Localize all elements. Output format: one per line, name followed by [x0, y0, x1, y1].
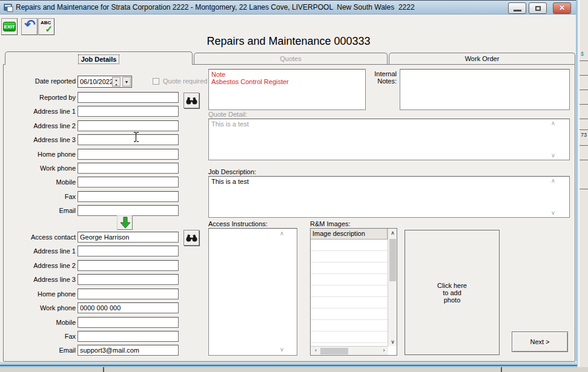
- tab-quotes-label: Quotes: [280, 55, 301, 62]
- scroll-right-icon[interactable]: ›: [380, 347, 388, 353]
- fax-input[interactable]: [78, 191, 179, 202]
- quote-scroll-up-icon[interactable]: ∧: [551, 120, 555, 126]
- scroll-left-icon[interactable]: ‹: [311, 347, 320, 353]
- quote-scroll-down-icon[interactable]: ∨: [551, 152, 555, 158]
- tab-job-details[interactable]: Job Details: [5, 51, 193, 65]
- date-reported-label: Date reported: [3, 77, 76, 85]
- work-phone-input[interactable]: [78, 163, 179, 174]
- green-down-arrow-icon: [119, 217, 131, 229]
- access-address2-label: Address line 2: [3, 262, 76, 269]
- access-home-phone-input[interactable]: [78, 289, 179, 299]
- desktop-bottom-strip: [0, 367, 588, 372]
- undo-icon: ↶: [22, 17, 38, 33]
- copy-contact-down-button[interactable]: [117, 215, 133, 230]
- exit-icon: EXIT: [3, 22, 16, 31]
- exit-button[interactable]: EXIT: [1, 18, 18, 35]
- internal-notes-textarea[interactable]: [400, 69, 570, 110]
- reported-by-search-button[interactable]: [183, 93, 199, 108]
- address1-input[interactable]: [78, 106, 179, 117]
- address1-label: Address line 1: [3, 108, 76, 115]
- date-dropdown-button[interactable]: ▼: [122, 77, 131, 86]
- quote-required-label: Quote required: [163, 77, 207, 85]
- app-icon: [4, 3, 13, 12]
- access-mobile-input[interactable]: [78, 317, 179, 328]
- access-address1-input[interactable]: [78, 246, 179, 256]
- job-description-label: Job Description:: [208, 168, 256, 175]
- quote-required-checkbox[interactable]: [153, 78, 159, 85]
- fax-label: Fax: [3, 193, 76, 200]
- access-scroll-down-icon[interactable]: ∨: [280, 346, 284, 353]
- rm-images-label: R&M Images:: [310, 220, 351, 227]
- mobile-label: Mobile: [3, 178, 76, 186]
- access-scroll-up-icon[interactable]: ∧: [280, 230, 284, 237]
- undo-button[interactable]: ↶: [21, 18, 38, 35]
- access-mobile-label: Mobile: [3, 319, 76, 326]
- access-address2-input[interactable]: [78, 260, 179, 271]
- spin-down-icon: ▼: [115, 83, 118, 86]
- address2-input[interactable]: [78, 120, 179, 131]
- access-contact-input[interactable]: [78, 232, 179, 243]
- binoculars-icon: [186, 97, 197, 105]
- access-instructions-label: Access Instructions:: [208, 220, 268, 227]
- page-title: Repairs and Maintenance 000333: [0, 35, 577, 48]
- scroll-down-icon[interactable]: ∨: [388, 339, 397, 345]
- background-window-edge: [578, 0, 580, 372]
- work-phone-label: Work phone: [3, 165, 76, 172]
- background-text-fragment: 73: [581, 132, 587, 138]
- rm-images-rows[interactable]: [311, 240, 388, 346]
- maximize-button[interactable]: [529, 2, 547, 14]
- internal-notes-label: Internal Notes:: [363, 70, 397, 85]
- screen: Repairs and Maintenance for Strata Corpo…: [0, 0, 588, 372]
- next-button[interactable]: Next >: [512, 331, 568, 352]
- access-instructions-textarea[interactable]: [208, 228, 297, 356]
- quote-detail-textarea[interactable]: This is a test: [208, 119, 570, 160]
- note-box: Note Asbestos Control Register: [208, 69, 366, 110]
- spellcheck-check-icon: ✓: [45, 24, 53, 34]
- add-photo-area[interactable]: Click here to add photo: [405, 230, 500, 355]
- email-input[interactable]: [78, 205, 179, 216]
- window-bottom-border: [0, 361, 577, 367]
- job-scroll-down-icon[interactable]: ∨: [551, 209, 555, 216]
- rm-vertical-scrollbar[interactable]: ∧ ∨: [388, 229, 397, 346]
- address3-label: Address line 3: [3, 136, 76, 143]
- job-description-textarea[interactable]: This is a test: [208, 176, 570, 218]
- mobile-input[interactable]: [78, 177, 179, 188]
- home-phone-input[interactable]: [78, 149, 179, 160]
- date-reported-field[interactable]: 06/10/2022 ▲▼ ▼: [78, 76, 132, 88]
- tab-work-order[interactable]: Work Order: [389, 53, 575, 64]
- rm-images-column-header[interactable]: Image description: [311, 229, 388, 240]
- reported-by-label: Reported by: [3, 94, 76, 101]
- rm-images-list[interactable]: Image description ∧ ∨ ‹ ›: [310, 228, 397, 356]
- access-address3-input[interactable]: [78, 274, 179, 285]
- date-spinner[interactable]: ▲▼: [112, 77, 121, 86]
- spellcheck-button[interactable]: ABC ✓: [38, 18, 55, 35]
- address3-input[interactable]: [78, 134, 179, 145]
- vertical-scroll-thumb[interactable]: [389, 239, 396, 281]
- close-icon: ✕: [553, 4, 570, 12]
- address2-label: Address line 2: [3, 122, 76, 129]
- title-bar[interactable]: Repairs and Maintenance for Strata Corpo…: [0, 0, 576, 15]
- window-title: Repairs and Maintenance for Strata Corpo…: [16, 3, 415, 11]
- background-text-fragment: $: [581, 51, 584, 57]
- horizontal-scroll-thumb[interactable]: [320, 348, 348, 354]
- tab-job-details-label: Job Details: [79, 55, 119, 64]
- scroll-up-icon[interactable]: ∧: [388, 230, 397, 236]
- access-email-input[interactable]: [78, 345, 179, 356]
- access-contact-search-button[interactable]: [183, 230, 199, 246]
- minimize-icon: [514, 10, 521, 11]
- access-work-phone-input[interactable]: [78, 302, 179, 313]
- background-window-strip: $ 73: [578, 0, 588, 372]
- rm-horizontal-scrollbar[interactable]: ‹ ›: [311, 346, 388, 355]
- tab-work-order-label: Work Order: [465, 55, 500, 62]
- spin-up-icon: ▲: [115, 78, 118, 82]
- reported-by-input[interactable]: [78, 92, 179, 103]
- minimize-button[interactable]: [508, 2, 526, 14]
- job-scroll-up-icon[interactable]: ∧: [551, 177, 555, 184]
- close-button[interactable]: ✕: [553, 2, 571, 14]
- access-fax-label: Fax: [3, 333, 76, 340]
- chevron-down-icon: ▼: [125, 80, 129, 84]
- access-fax-input[interactable]: [78, 331, 179, 342]
- app-window: Repairs and Maintenance for Strata Corpo…: [0, 0, 577, 362]
- email-label: Email: [3, 207, 76, 214]
- tab-quotes[interactable]: Quotes: [194, 53, 388, 64]
